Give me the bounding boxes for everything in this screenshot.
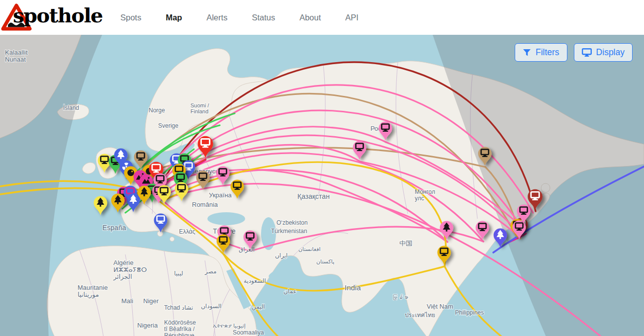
- brand-name: spothole: [13, 3, 102, 27]
- main-nav: Spots Map Alerts Status About API: [120, 13, 359, 22]
- map-label: Soomaaliya: [233, 329, 264, 336]
- map-label: ایران: [275, 252, 287, 259]
- map-label: Philippines: [455, 309, 484, 316]
- map-label: España: [102, 224, 126, 232]
- map-toolbar: Filters Display: [515, 43, 633, 62]
- map-label: Niger: [143, 297, 159, 305]
- map-label: Ελλάς: [179, 228, 195, 235]
- filters-button-label: Filters: [536, 47, 559, 58]
- map-label: Sverige: [158, 122, 179, 129]
- nav-about[interactable]: About: [299, 13, 321, 22]
- nav-spots[interactable]: Spots: [120, 13, 141, 22]
- map-label: India: [345, 283, 361, 292]
- map-label: مصر: [204, 268, 216, 275]
- map-label: عمان: [283, 288, 297, 295]
- map-label: العراق: [239, 246, 255, 253]
- map-label: Қазақстан: [297, 192, 330, 200]
- map-label: ประเทศไทย: [405, 312, 435, 319]
- nav-status[interactable]: Status: [252, 13, 275, 22]
- display-button[interactable]: Display: [574, 43, 633, 62]
- nav-alerts[interactable]: Alerts: [206, 13, 227, 22]
- map-label: Việt Nam: [427, 303, 453, 310]
- map-label: افغانستان: [298, 246, 321, 252]
- map-label: پاکستان: [316, 258, 334, 265]
- disc-icon: [127, 169, 134, 176]
- map-label: اليمن: [252, 303, 265, 311]
- map-label: Türkmenistan: [271, 228, 307, 235]
- map-label: KalaallitNunaat: [5, 49, 28, 63]
- nav-api[interactable]: API: [345, 13, 359, 22]
- map-label: မြန်မာ: [392, 294, 408, 300]
- map-label: Mali: [121, 297, 133, 305]
- map-label: Nigeria: [137, 322, 158, 329]
- map-label: ليبيا: [174, 270, 183, 277]
- map-label: ኢትዮጵያ إثيوبيا: [213, 323, 246, 329]
- map-label: السودان: [201, 303, 221, 310]
- map-label: Ködörösêsetî Bêafrîka /République: [164, 319, 196, 336]
- map-label: Україна: [209, 191, 232, 199]
- world-map[interactable]: KalaallitNunaatİslandNorgeSverigeSuomi /…: [0, 35, 644, 336]
- display-button-label: Display: [596, 47, 625, 58]
- map-label: România: [192, 201, 218, 208]
- map-label: Norge: [149, 107, 165, 114]
- brand-logo[interactable]: spothole: [0, 0, 104, 35]
- top-navbar: spothole Spots Map Alerts Status About A…: [0, 0, 644, 35]
- map-label: O‘zbekiston: [276, 219, 308, 226]
- display-icon: [582, 48, 592, 57]
- filter-icon: [523, 49, 531, 57]
- map-label: السعودية: [244, 277, 266, 285]
- map-label: İsland: [63, 104, 79, 111]
- filters-button[interactable]: Filters: [515, 43, 567, 62]
- map-label: 中国: [399, 240, 412, 247]
- map-label: Suomi /Finland: [190, 102, 209, 114]
- spothole-app: spothole Spots Map Alerts Status About A…: [0, 0, 644, 336]
- nav-map[interactable]: Map: [166, 13, 182, 22]
- map-label: Tchad تشاد: [164, 304, 193, 311]
